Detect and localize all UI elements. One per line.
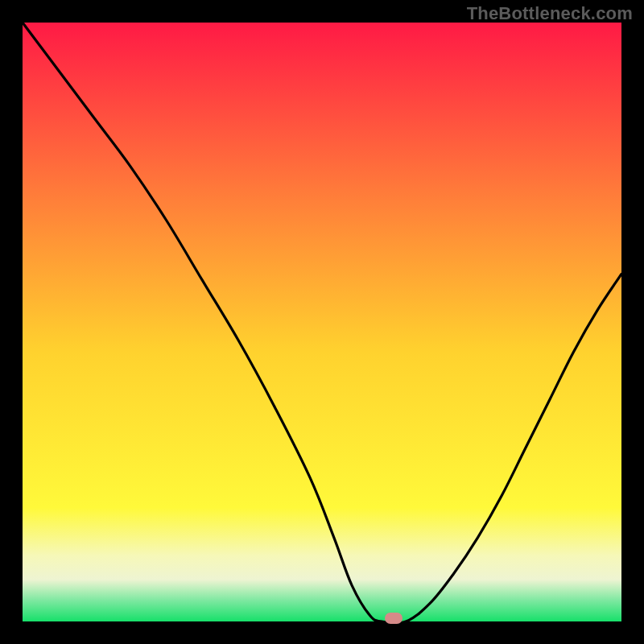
chart-svg: [23, 23, 621, 621]
chart-frame: TheBottleneck.com: [0, 0, 644, 644]
gradient-background: [23, 23, 621, 621]
watermark-text: TheBottleneck.com: [467, 3, 633, 24]
plot-area: [23, 23, 621, 621]
optimal-marker: [385, 613, 402, 624]
